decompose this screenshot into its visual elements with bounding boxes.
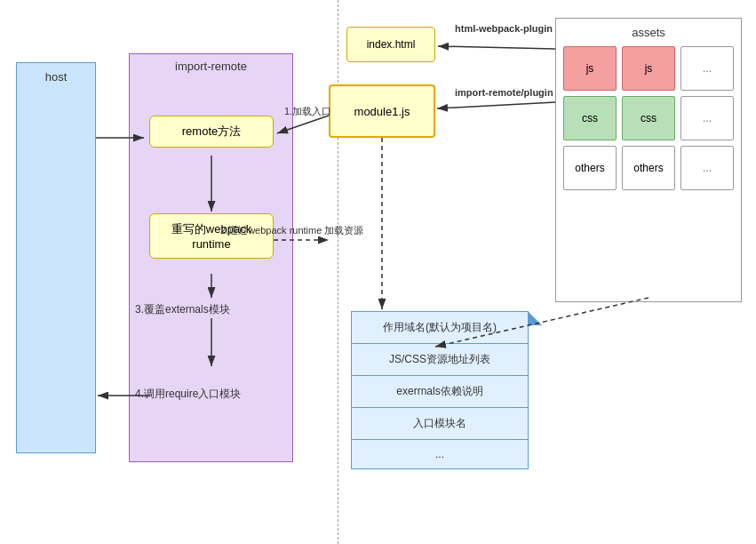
indexhtml-label: index.html bbox=[367, 38, 416, 51]
load-entry-label: 1.加载入口 bbox=[284, 105, 331, 118]
webpack-runtime-label-2: runtime bbox=[192, 237, 230, 251]
asset-label-dots1: ... bbox=[703, 62, 712, 75]
doc-item-1: 作用域名(默认为项目名) bbox=[352, 312, 528, 344]
doc-item-3: exerrnals依赖说明 bbox=[352, 376, 528, 408]
externals-module-label: 3.覆盖externals模块 bbox=[135, 302, 230, 317]
svg-line-8 bbox=[438, 46, 555, 49]
load-resources-label: 2.通过webpack runtime 加载资源 bbox=[220, 224, 363, 237]
doc-item-2: JS/CSS资源地址列表 bbox=[352, 344, 528, 376]
module1-box: module1.js bbox=[329, 84, 435, 138]
doc-box: 作用域名(默认为项目名) JS/CSS资源地址列表 exerrnals依赖说明 … bbox=[351, 311, 529, 469]
asset-label-css2: css bbox=[641, 112, 657, 124]
asset-cell-dots2: ... bbox=[680, 96, 734, 140]
asset-label-js1: js bbox=[586, 62, 594, 75]
asset-cell-dots1: ... bbox=[680, 46, 734, 91]
doc-item-4: 入口模块名 bbox=[352, 408, 528, 440]
asset-label-dots2: ... bbox=[703, 112, 712, 124]
remote-method-box: remote方法 bbox=[149, 116, 274, 148]
indexhtml-box: index.html bbox=[346, 27, 435, 62]
doc-item-5: ... bbox=[352, 440, 528, 468]
host-label: host bbox=[45, 70, 68, 84]
asset-cell-js2: js bbox=[622, 46, 675, 91]
asset-cell-css1: css bbox=[563, 96, 617, 140]
asset-label-dots3: ... bbox=[703, 162, 712, 174]
host-box: host bbox=[16, 62, 96, 453]
module1-label: module1.js bbox=[354, 105, 410, 118]
remote-method-label: remote方法 bbox=[182, 124, 241, 138]
asset-cell-js1: js bbox=[563, 46, 617, 91]
assets-grid: js js ... css css ... others others ... bbox=[563, 46, 734, 190]
asset-cell-others2: others bbox=[622, 146, 675, 190]
asset-cell-css2: css bbox=[622, 96, 675, 140]
svg-line-9 bbox=[437, 102, 555, 108]
asset-label-others1: others bbox=[575, 162, 604, 174]
assets-title: assets bbox=[563, 26, 734, 39]
import-remote-plugin-label: import-remote/plugin bbox=[455, 87, 553, 98]
asset-cell-dots3: ... bbox=[680, 146, 734, 190]
import-remote-label: import-remote bbox=[130, 54, 292, 78]
assets-panel: assets js js ... css css ... others othe… bbox=[555, 18, 742, 302]
vertical-divider bbox=[338, 0, 338, 544]
asset-label-css1: css bbox=[582, 112, 598, 124]
require-entry-label: 4.调用require入口模块 bbox=[135, 387, 241, 402]
asset-cell-others1: others bbox=[563, 146, 617, 190]
asset-label-others2: others bbox=[633, 162, 663, 174]
html-webpack-plugin-label: html-webpack-plugin bbox=[455, 23, 553, 34]
diagram-container: host import-remote remote方法 重写的webpack r… bbox=[0, 0, 756, 544]
asset-label-js2: js bbox=[645, 62, 653, 75]
